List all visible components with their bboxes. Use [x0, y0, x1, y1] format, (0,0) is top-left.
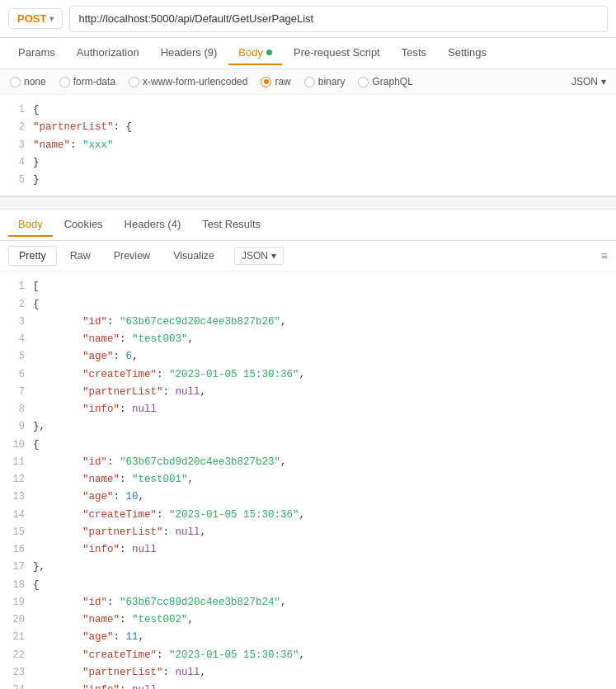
response-line: 8 "info": null — [0, 401, 616, 418]
radio-raw-label: raw — [275, 76, 290, 87]
radio-urlencoded[interactable]: x-www-form-urlencoded — [129, 76, 247, 87]
radio-urlencoded-label: x-www-form-urlencoded — [143, 76, 247, 87]
response-line: 16 "info": null — [0, 541, 616, 559]
response-line: 21 "age": 11, — [0, 629, 616, 646]
radio-raw-circle — [261, 77, 271, 87]
response-body-viewer: 1[2 {3 "id": "63b67cec9d20c4ee3b827b26",… — [0, 271, 616, 689]
sub-tab-pretty[interactable]: Pretty — [8, 246, 57, 266]
radio-binary-label: binary — [318, 76, 346, 87]
radio-binary[interactable]: binary — [304, 76, 346, 87]
response-line: 18 { — [0, 577, 616, 594]
radio-raw[interactable]: raw — [261, 76, 290, 87]
response-line: 2 { — [0, 296, 616, 314]
method-chevron: ▾ — [49, 14, 54, 23]
response-line: 17 }, — [0, 559, 616, 576]
response-line: 10 { — [0, 437, 616, 454]
tab-headers[interactable]: Headers (9) — [151, 41, 228, 65]
radio-graphql-label: GraphQL — [372, 76, 412, 87]
tab-params[interactable]: Params — [8, 41, 65, 65]
tab-body[interactable]: Body — [228, 41, 282, 65]
method-selector[interactable]: POST ▾ — [8, 8, 63, 29]
request-line: 2 "partnerList": { — [0, 119, 616, 136]
format-selector[interactable]: JSON ▾ — [571, 76, 606, 87]
section-divider — [0, 196, 616, 210]
request-body-editor[interactable]: 1{2 "partnerList": {3 "name": "xxx"4 }5} — [0, 95, 616, 196]
response-line: 14 "createTime": "2023-01-05 15:30:36", — [0, 507, 616, 524]
radio-graphql-circle — [358, 77, 369, 87]
request-line: 3 "name": "xxx" — [0, 137, 616, 154]
url-input[interactable] — [69, 6, 608, 32]
tab-tests[interactable]: Tests — [392, 41, 436, 65]
format-label: JSON — [571, 76, 598, 87]
response-tab-nav: Body Cookies Headers (4) Test Results — [0, 210, 616, 241]
response-line: 11 "id": "63b67cbd9d20c4ee3b827b23", — [0, 454, 616, 471]
radio-none-circle — [10, 77, 21, 87]
response-format-selector[interactable]: JSON ▾ — [234, 247, 284, 265]
radio-binary-circle — [304, 77, 315, 87]
response-line: 1[ — [0, 278, 616, 295]
sub-tab-visualize[interactable]: Visualize — [163, 247, 224, 265]
response-line: 9 }, — [0, 418, 616, 436]
response-line: 13 "age": 10, — [0, 488, 616, 506]
response-line: 12 "name": "test001", — [0, 471, 616, 488]
response-sub-tabs: Pretty Raw Preview Visualize JSON ▾ ≡ — [0, 241, 616, 271]
response-tab-body[interactable]: Body — [8, 213, 53, 237]
radio-graphql[interactable]: GraphQL — [358, 76, 412, 87]
top-bar: POST ▾ — [0, 0, 616, 38]
response-line: 19 "id": "63b67cc89d20c4ee3b827b24", — [0, 594, 616, 611]
request-line: 5} — [0, 172, 616, 189]
tab-pre-request-script[interactable]: Pre-request Script — [284, 41, 390, 65]
tab-settings[interactable]: Settings — [438, 41, 496, 65]
radio-none[interactable]: none — [10, 76, 46, 87]
response-tab-headers[interactable]: Headers (4) — [115, 213, 191, 237]
format-chevron: ▾ — [601, 76, 606, 87]
response-line: 5 "age": 6, — [0, 348, 616, 366]
response-line: 22 "createTime": "2023-01-05 15:30:36", — [0, 647, 616, 664]
radio-form-data-label: form-data — [73, 76, 115, 87]
body-type-bar: none form-data x-www-form-urlencoded raw… — [0, 69, 616, 95]
response-tab-test-results[interactable]: Test Results — [192, 213, 270, 237]
tab-authorization[interactable]: Authorization — [67, 41, 149, 65]
sub-tab-preview[interactable]: Preview — [104, 247, 160, 265]
response-line: 24 "info": null — [0, 682, 616, 689]
sub-tab-raw[interactable]: Raw — [60, 247, 101, 265]
request-tab-nav: Params Authorization Headers (9) Body Pr… — [0, 38, 616, 69]
response-line: 3 "id": "63b67cec9d20c4ee3b827b26", — [0, 314, 616, 331]
body-dot — [266, 50, 272, 55]
radio-form-data-circle — [59, 77, 70, 87]
response-line: 4 "name": "test003", — [0, 331, 616, 348]
response-tab-cookies[interactable]: Cookies — [54, 213, 113, 237]
response-line: 6 "createTime": "2023-01-05 15:30:36", — [0, 366, 616, 384]
response-format-label: JSON — [242, 250, 268, 262]
response-format-chevron: ▾ — [271, 250, 276, 262]
request-line: 4 } — [0, 154, 616, 172]
radio-urlencoded-circle — [129, 77, 139, 87]
response-line: 23 "partnerList": null, — [0, 664, 616, 682]
request-line: 1{ — [0, 101, 616, 119]
method-label: POST — [17, 12, 46, 25]
response-line: 20 "name": "test002", — [0, 611, 616, 629]
radio-none-label: none — [24, 76, 46, 87]
response-line: 7 "partnerList": null, — [0, 384, 616, 401]
response-line: 15 "partnerList": null, — [0, 524, 616, 541]
wrap-icon[interactable]: ≡ — [601, 249, 608, 262]
radio-form-data[interactable]: form-data — [59, 76, 115, 87]
